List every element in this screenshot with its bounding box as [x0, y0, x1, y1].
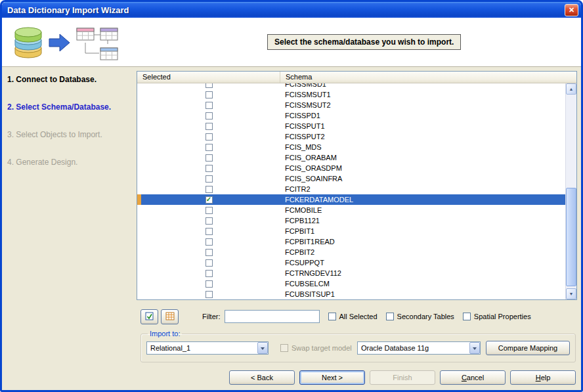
- table-row[interactable]: FCISSMSUT2: [137, 100, 565, 110]
- all-selected-checkbox[interactable]: All Selected: [328, 313, 378, 320]
- scroll-up-button[interactable]: ▲: [566, 83, 576, 95]
- table-row[interactable]: FCPB1121: [137, 215, 565, 226]
- selected-cell: [137, 102, 280, 109]
- row-checkbox[interactable]: [205, 154, 213, 162]
- row-checkbox[interactable]: [205, 249, 213, 256]
- select-all-button[interactable]: [140, 309, 158, 324]
- row-checkbox[interactable]: [205, 133, 213, 141]
- row-checkbox[interactable]: [205, 91, 213, 98]
- row-checkbox[interactable]: [205, 175, 213, 183]
- selected-cell: [137, 217, 280, 225]
- scroll-down-button[interactable]: ▼: [566, 288, 576, 299]
- spatial-properties-checkbox[interactable]: Spatial Properties: [463, 313, 531, 320]
- schema-name: FCMOBILE: [280, 206, 565, 214]
- filter-input[interactable]: [225, 310, 320, 323]
- table-row[interactable]: FCUBSITSUP1: [137, 289, 565, 299]
- compare-mapping-button[interactable]: Compare Mapping: [486, 341, 570, 355]
- close-button[interactable]: ✕: [565, 4, 578, 16]
- secondary-tables-checkbox[interactable]: Secondary Tables: [386, 313, 454, 320]
- row-checkbox[interactable]: [205, 259, 213, 267]
- table-row[interactable]: FCITR2: [137, 184, 565, 194]
- row-checkbox[interactable]: [205, 83, 213, 88]
- table-row[interactable]: FCIS_MDS: [137, 142, 565, 152]
- row-checkbox[interactable]: [205, 207, 213, 214]
- table-row[interactable]: ✓FCKERDATAMODEL: [137, 194, 565, 205]
- cancel-button[interactable]: Cancel: [440, 370, 506, 385]
- row-checkbox-checked[interactable]: ✓: [205, 196, 213, 204]
- row-checkbox[interactable]: [205, 102, 213, 109]
- table-row[interactable]: FCISSPUT1: [137, 121, 565, 131]
- schema-name: FCUBSITSUP1: [280, 290, 565, 298]
- checkbox-box: [328, 313, 336, 320]
- table-view-button[interactable]: [161, 309, 179, 324]
- vertical-scrollbar[interactable]: ▲ ▼: [565, 83, 576, 299]
- table-row[interactable]: FCISSPD1: [137, 110, 565, 121]
- chevron-down-icon[interactable]: [257, 342, 268, 354]
- schema-name: FCISSPUT2: [280, 133, 565, 141]
- row-marker: [137, 184, 141, 194]
- table-row[interactable]: FCIS_ORABAM: [137, 152, 565, 163]
- row-checkbox[interactable]: [205, 291, 213, 298]
- step-generate-design: 4. Generate Design.: [7, 158, 133, 167]
- step-select-objects-to-import: 3. Select Objects to Import.: [7, 130, 133, 139]
- table-row[interactable]: FCISSMSD1: [137, 83, 565, 89]
- row-checkbox[interactable]: [205, 228, 213, 235]
- scrollbar-thumb[interactable]: [566, 188, 576, 286]
- titlebar[interactable]: Data Dictionary Import Wizard ✕: [2, 2, 581, 18]
- row-checkbox[interactable]: [205, 238, 213, 246]
- row-checkbox[interactable]: [205, 165, 213, 172]
- help-button[interactable]: Help: [510, 370, 576, 385]
- wizard-content: 1. Connect to Database. 2. Select Schema…: [2, 67, 581, 365]
- table-row[interactable]: FCUBSELCM: [137, 278, 565, 289]
- row-checkbox[interactable]: [205, 270, 213, 277]
- filter-toolbar: Filter: All Selected Secondary Tables Sp…: [137, 309, 577, 324]
- scrollbar-track[interactable]: [566, 95, 576, 288]
- schema-name: FCUBSELCM: [280, 280, 565, 288]
- table-row[interactable]: FCTRNGDEV112: [137, 268, 565, 278]
- selected-cell: [137, 207, 280, 214]
- import-to-group: Import to: Relational_1 Swap target mode…: [140, 330, 576, 362]
- table-grid-icon: [165, 312, 175, 321]
- row-checkbox[interactable]: [205, 123, 213, 130]
- row-marker: [137, 257, 141, 268]
- target-model-combobox[interactable]: Relational_1: [146, 341, 269, 355]
- table-row[interactable]: FCISSMSUT1: [137, 89, 565, 100]
- checkbox-box: [280, 344, 288, 352]
- main-panel: Selected Schema FCISSMSD1FCISSMSUT1FCISS…: [137, 67, 581, 365]
- table-row[interactable]: FCPBIT1READ: [137, 236, 565, 247]
- row-marker: [137, 236, 141, 247]
- selected-cell: [137, 238, 280, 246]
- database-combobox[interactable]: Oracle Database 11g: [357, 341, 481, 355]
- row-checkbox[interactable]: [205, 112, 213, 120]
- chevron-down-icon[interactable]: [469, 342, 480, 354]
- row-checkbox[interactable]: [205, 144, 213, 151]
- schema-name: FCIS_SOAINFRA: [280, 175, 565, 183]
- table-row[interactable]: FCPBIT1: [137, 226, 565, 236]
- schema-name: FCPBIT1READ: [280, 238, 565, 246]
- row-checkbox[interactable]: [205, 217, 213, 225]
- schema-table-header: Selected Schema: [137, 72, 576, 83]
- row-checkbox[interactable]: [205, 280, 213, 288]
- back-button[interactable]: < Back: [229, 370, 295, 385]
- row-checkbox[interactable]: [205, 186, 213, 193]
- selected-cell: [137, 228, 280, 235]
- table-row[interactable]: FCIS_SOAINFRA: [137, 173, 565, 184]
- import-to-row: Relational_1 Swap target model Oracle Da…: [146, 341, 570, 355]
- schema-name: FCISSPD1: [280, 112, 565, 120]
- table-row[interactable]: FCSUPPQT: [137, 257, 565, 268]
- column-header-selected[interactable]: Selected: [137, 72, 280, 83]
- compare-mapping-label: Compare Mapping: [498, 344, 558, 352]
- row-marker: [137, 278, 141, 289]
- row-marker: [137, 83, 141, 89]
- swap-target-model-checkbox[interactable]: Swap target model: [280, 344, 352, 352]
- table-row[interactable]: FCISSPUT2: [137, 131, 565, 142]
- table-row[interactable]: FCMOBILE: [137, 205, 565, 215]
- table-row[interactable]: FCIS_ORASDPM: [137, 163, 565, 173]
- next-button[interactable]: Next >: [299, 370, 365, 385]
- selected-cell: [137, 175, 280, 183]
- finish-button[interactable]: Finish: [370, 370, 435, 385]
- database-value: Oracle Database 11g: [358, 344, 469, 352]
- selected-cell: ✓: [137, 196, 280, 204]
- table-row[interactable]: FCPBIT2: [137, 247, 565, 257]
- column-header-schema[interactable]: Schema: [280, 72, 576, 83]
